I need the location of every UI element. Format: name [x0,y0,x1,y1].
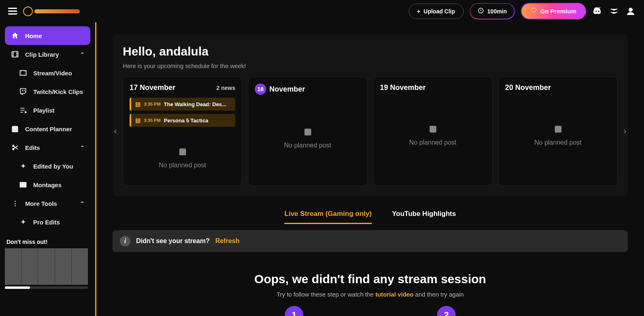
svg-point-9 [13,145,14,146]
tutorial-video-link[interactable]: tutorial video [375,291,414,298]
sidebar-item-pro-edits[interactable]: ✦ Pro Edits [13,213,90,231]
calendar-icon [130,147,235,158]
sidebar-item-stream-video[interactable]: Stream/Video [13,64,90,82]
calendar-icon [255,127,360,139]
no-planned-post: No planned post [130,147,235,169]
note-icon: ▤ [135,117,141,124]
clock-icon [478,7,484,15]
schedule-event[interactable]: ▤3:35 PMThe Walking Dead: Des... [130,98,235,111]
svg-rect-2 [12,51,18,57]
sidebar-label: Clip Library [25,51,59,58]
queue-icon[interactable] [609,6,619,17]
info-icon: i [120,236,130,246]
page-title: Hello, andalula [123,45,618,58]
sidebar-item-more-tools[interactable]: ⋮ More Tools ⌃ [5,194,90,213]
time-balance-button[interactable]: 100min [470,3,515,19]
day-card[interactable]: 20 NovemberNo planned post [498,77,618,186]
note-icon: ▤ [135,101,141,107]
svg-point-4 [21,71,22,72]
empty-subtitle: Try to follow these step or watch the tu… [113,291,628,298]
calendar-icon [380,124,486,136]
day-card[interactable]: 19 NovemberNo planned post [373,77,493,186]
svg-rect-8 [12,126,17,132]
sidebar-item-twitch-kick[interactable]: Twitch/Kick Clips [13,82,90,101]
no-planned-post: No planned post [255,127,360,149]
go-premium-button[interactable]: Go Premium [521,3,586,19]
calendar-icon [11,124,19,133]
sidebar-label: Montages [33,181,62,188]
chevron-up-icon: ⌃ [80,145,85,151]
film-icon [11,50,19,59]
svg-point-5 [21,74,22,75]
svg-rect-3 [20,70,26,75]
infobar-text: Didn't see your stream? [136,237,210,245]
sidebar-item-edited-by-you[interactable]: ✦ Edited by You [13,157,90,175]
premium-label: Go Premium [540,8,576,15]
svg-point-6 [24,71,25,72]
sidebar-label: Edited by You [33,163,73,170]
page-subtitle: Here is your upcoming schedule for the w… [123,62,618,69]
calendar-icon [505,124,611,136]
days-next-button[interactable]: › [621,126,629,137]
sidebar-item-edits[interactable]: Edits ⌃ [5,138,90,157]
svg-point-1 [629,8,632,11]
svg-point-7 [24,74,25,75]
schedule-event[interactable]: ▤3:35 PMPersona 5 Tactica [130,114,235,127]
svg-rect-13 [305,129,311,135]
sidebar-label: Playlist [33,107,55,114]
svg-point-10 [13,149,14,150]
svg-rect-14 [430,126,436,132]
menu-toggle[interactable] [8,8,17,15]
sidebar-item-clip-library[interactable]: Clip Library ⌃ [5,45,90,64]
sidebar-label: Edits [25,144,40,151]
sidebar-scrollbar[interactable] [5,286,88,289]
sidebar-item-content-planner[interactable]: Content Planner [5,120,90,138]
diamond-icon [531,7,537,15]
promo-banner[interactable] [5,248,88,285]
chevron-up-icon: ⌃ [80,51,85,58]
profile-icon[interactable] [625,6,636,17]
plus-icon: + [417,8,420,15]
no-planned-post: No planned post [380,124,486,146]
app-logo[interactable] [23,5,80,17]
sidebar-label: Pro Edits [33,219,60,226]
tab-youtube-highlights[interactable]: YouTube Highlights [392,207,456,224]
empty-title: Oops, we didn't find any stream session [113,272,628,286]
day-card[interactable]: 18 NovemberNo planned post [248,77,367,186]
twitch-icon [19,87,28,96]
sidebar-label: Twitch/Kick Clips [33,88,83,95]
day-card[interactable]: 17 November2 news▤3:35 PMThe Walking Dea… [123,77,242,186]
chevron-up-icon: ⌃ [80,201,85,207]
home-icon [11,31,19,40]
sidebar-label: Home [25,32,42,39]
sidebar-label: Stream/Video [33,70,72,77]
playlist-icon [19,106,28,115]
sidebar-item-montages[interactable]: Montages [13,175,90,194]
sidebar-label: Content Planner [25,126,72,132]
days-prev-button[interactable]: ‹ [111,126,119,137]
upload-clip-button[interactable]: + Upload Clip [409,4,464,19]
discord-icon[interactable] [592,6,603,17]
promo-title: Don't miss out! [6,239,90,245]
sidebar: Home Clip Library ⌃ Stream/Video Twitch/… [0,22,95,316]
step-badge-1: 1 [285,306,303,316]
step-badge-2: 2 [437,306,456,316]
sidebar-item-playlist[interactable]: Playlist [13,101,90,120]
video-icon [19,68,28,77]
refresh-infobar: i Didn't see your stream? Refresh [113,230,628,252]
today-badge: 18 [255,83,266,95]
main-content: Hello, andalula Here is your upcoming sc… [96,22,644,316]
time-label: 100min [487,8,507,15]
upload-label: Upload Clip [424,8,455,15]
svg-rect-12 [179,149,186,155]
tab-live-stream[interactable]: Live Stream (Gaming only) [284,207,371,224]
dots-icon: ⋮ [11,199,19,208]
refresh-link[interactable]: Refresh [215,237,240,245]
sparkle-icon: ✦ [19,162,28,171]
scissors-icon [11,143,19,152]
sidebar-item-home[interactable]: Home [5,26,90,45]
day-news-count: 2 news [216,85,235,91]
no-planned-post: No planned post [505,124,611,146]
montage-icon [19,180,28,189]
svg-rect-15 [555,126,561,132]
